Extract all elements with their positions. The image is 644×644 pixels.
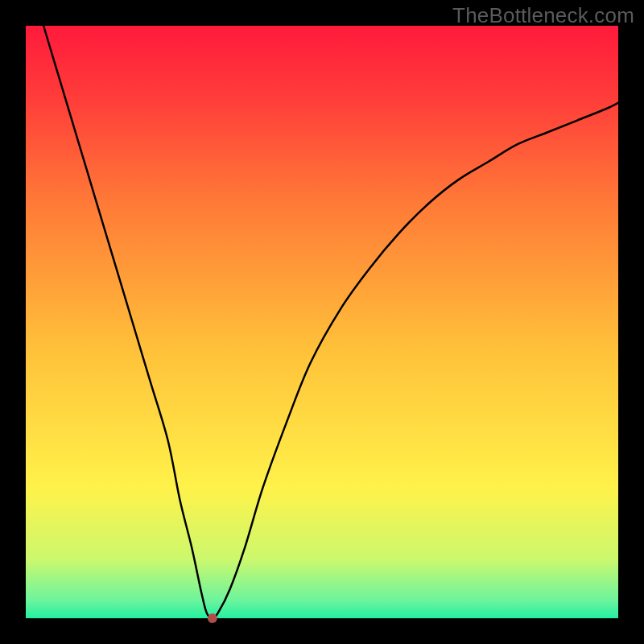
valley-marker xyxy=(208,613,217,623)
watermark-label: TheBottleneck.com xyxy=(452,3,634,28)
chart-wrap: TheBottleneck.com xyxy=(0,0,644,644)
chart-svg xyxy=(0,0,644,644)
plot-area xyxy=(26,26,618,618)
